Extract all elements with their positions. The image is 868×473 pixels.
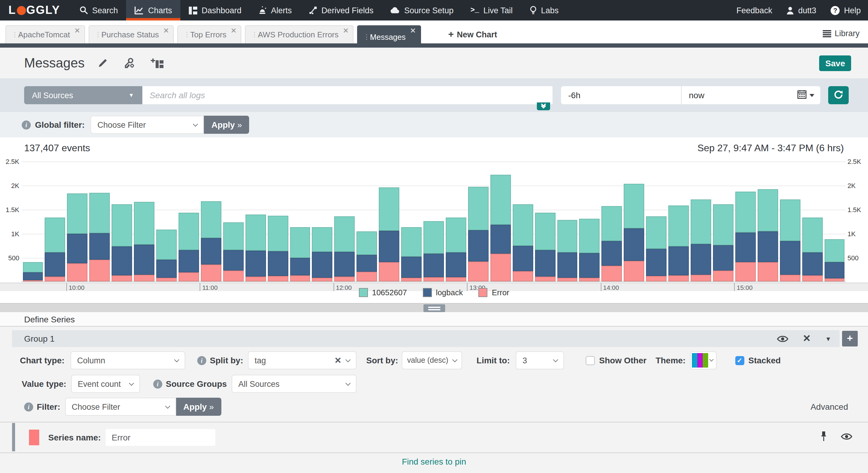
bar-segment-10652607[interactable] <box>379 187 399 231</box>
bar-segment-10652607[interactable] <box>268 216 288 251</box>
bar-segment-logback[interactable] <box>468 230 489 262</box>
global-apply-button[interactable]: Apply» <box>204 116 249 134</box>
bar-segment-Error[interactable] <box>446 277 466 281</box>
bar-segment-Error[interactable] <box>468 262 489 281</box>
nav-item-search[interactable]: Search <box>71 0 126 21</box>
bar-segment-Error[interactable] <box>579 277 600 281</box>
loggly-logo[interactable]: LGGLY <box>0 0 71 21</box>
nav-item-live-tail[interactable]: >_ Live Tail <box>462 0 521 21</box>
stacked-bar[interactable] <box>67 193 88 281</box>
tab-purchase-status[interactable]: ⋮⋮ Purchase Status ✕ <box>89 25 174 43</box>
bar-segment-10652607[interactable] <box>602 206 622 241</box>
stacked-bar[interactable] <box>335 216 355 281</box>
bar-segment-10652607[interactable] <box>223 222 244 250</box>
key-settings-icon[interactable] <box>124 58 135 68</box>
global-filter-select[interactable]: Choose Filter <box>91 116 204 134</box>
bar-segment-Error[interactable] <box>201 265 221 281</box>
eye-icon[interactable] <box>777 335 788 343</box>
bar-segment-Error[interactable] <box>691 275 711 281</box>
stacked-bar[interactable] <box>312 228 333 281</box>
bar-segment-10652607[interactable] <box>490 175 511 225</box>
bar-segment-Error[interactable] <box>290 275 310 281</box>
bar-segment-10652607[interactable] <box>357 231 377 255</box>
nav-item-source-setup[interactable]: Source Setup <box>382 0 462 21</box>
find-series-link[interactable]: Find series to pin <box>0 457 868 466</box>
nav-item-labs[interactable]: Labs <box>521 0 567 21</box>
bar-segment-Error[interactable] <box>179 272 199 281</box>
bar-segment-Error[interactable] <box>90 260 110 281</box>
group-header[interactable]: Group 1 ✕ ▼ <box>12 330 840 347</box>
tab-aws-production-errors[interactable]: ⋮⋮ AWS Production Errors ✕ <box>245 25 354 43</box>
bar-segment-10652607[interactable] <box>335 216 355 251</box>
info-icon[interactable]: i <box>197 356 206 365</box>
bar-segment-Error[interactable] <box>335 277 355 281</box>
legend-item-10652607[interactable]: 10652607 <box>359 288 407 297</box>
filter-select[interactable]: Choose Filter <box>65 398 176 416</box>
bar-segment-10652607[interactable] <box>23 262 43 272</box>
search-input[interactable] <box>142 86 553 104</box>
bar-segment-Error[interactable] <box>802 276 823 281</box>
bar-segment-Error[interactable] <box>424 277 444 281</box>
bar-segment-logback[interactable] <box>824 262 845 278</box>
bar-segment-Error[interactable] <box>602 266 622 281</box>
bar-segment-10652607[interactable] <box>668 206 689 246</box>
stacked-bar[interactable] <box>401 227 422 281</box>
bar-segment-Error[interactable] <box>379 262 399 281</box>
bar-segment-10652607[interactable] <box>401 227 422 257</box>
bar-segment-10652607[interactable] <box>535 213 555 250</box>
bar-segment-Error[interactable] <box>668 275 689 281</box>
bar-segment-Error[interactable] <box>824 278 845 281</box>
bar-segment-Error[interactable] <box>557 277 578 281</box>
bar-segment-Error[interactable] <box>223 270 244 281</box>
stacked-bar[interactable] <box>668 206 689 281</box>
bar-segment-10652607[interactable] <box>245 214 266 251</box>
stacked-bar[interactable] <box>112 205 132 281</box>
sources-dropdown[interactable]: All Sources ▼ <box>24 86 142 104</box>
bar-segment-logback[interactable] <box>646 249 666 276</box>
stacked-bar[interactable] <box>513 204 533 281</box>
nav-item-user[interactable]: dutt3 <box>779 6 824 15</box>
bar-segment-logback[interactable] <box>557 253 578 277</box>
stacked-bar[interactable] <box>579 219 600 281</box>
bar-segment-Error[interactable] <box>268 276 288 281</box>
stacked-bar[interactable] <box>379 187 399 281</box>
stacked-bar[interactable] <box>223 222 244 281</box>
stacked-bar[interactable] <box>757 189 778 281</box>
bar-segment-Error[interactable] <box>624 261 645 281</box>
tab-messages[interactable]: ⋮⋮ Messages ✕ <box>358 25 421 47</box>
nav-item-charts[interactable]: Charts <box>126 0 181 21</box>
bar-segment-Error[interactable] <box>401 278 422 281</box>
bar-segment-10652607[interactable] <box>90 193 110 234</box>
stacked-bar[interactable] <box>646 216 666 281</box>
bar-segment-10652607[interactable] <box>513 204 533 246</box>
expand-search-chevrons-icon[interactable] <box>537 102 550 110</box>
new-chart-button[interactable]: + New Chart <box>448 29 497 40</box>
bar-segment-10652607[interactable] <box>179 213 199 250</box>
bar-segment-10652607[interactable] <box>691 199 711 244</box>
bar-segment-Error[interactable] <box>490 254 511 281</box>
bar-segment-logback[interactable] <box>379 231 399 262</box>
bar-segment-logback[interactable] <box>134 245 154 275</box>
bar-segment-logback[interactable] <box>579 253 600 277</box>
stacked-bar[interactable] <box>201 201 221 281</box>
clear-split-by-icon[interactable]: ✕ <box>335 356 341 365</box>
bar-segment-10652607[interactable] <box>290 227 310 258</box>
bar-segment-10652607[interactable] <box>757 189 778 231</box>
bar-segment-10652607[interactable] <box>312 228 333 252</box>
bar-segment-logback[interactable] <box>223 250 244 270</box>
eye-icon[interactable] <box>841 432 852 443</box>
info-icon[interactable]: i <box>22 120 31 129</box>
stacked-bar[interactable] <box>357 231 377 281</box>
bar-segment-10652607[interactable] <box>646 216 666 249</box>
bar-segment-logback[interactable] <box>401 257 422 278</box>
bar-segment-Error[interactable] <box>45 277 65 281</box>
bar-segment-10652607[interactable] <box>446 217 466 252</box>
add-to-dashboard-icon[interactable] <box>151 58 164 68</box>
bar-segment-logback[interactable] <box>23 272 43 280</box>
bar-segment-10652607[interactable] <box>624 184 645 229</box>
bar-segment-10652607[interactable] <box>156 230 177 260</box>
tab-apachetomcat[interactable]: ⋮⋮ ApacheTomcat ✕ <box>5 25 85 43</box>
stacked-bar[interactable] <box>713 204 734 281</box>
bar-segment-10652607[interactable] <box>112 205 132 246</box>
legend-item-logback[interactable]: logback <box>423 288 463 297</box>
